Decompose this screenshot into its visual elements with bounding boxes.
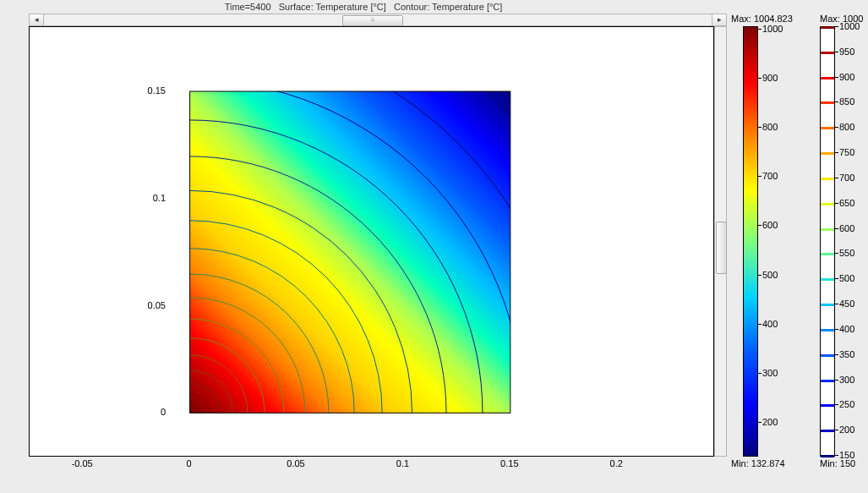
x-tick-label: 0 [187, 458, 192, 468]
contour-colorbar-tick-label: 200 [839, 425, 854, 435]
x-tick-label: -0.05 [72, 458, 93, 468]
contour-colorbar-tick-mark [835, 253, 838, 254]
contour-colorbar-tick-mark [835, 127, 838, 128]
contour-colorbar-tick-mark [835, 404, 838, 405]
contour-colorbar-segment [821, 455, 834, 457]
contour-colorbar-segment [821, 52, 834, 54]
contour-colorbar-tick-mark [835, 430, 838, 430]
contour-colorbar [820, 26, 835, 457]
contour-colorbar-segment [821, 228, 834, 231]
contour-colorbar-tick-label: 800 [839, 122, 854, 132]
title-time: Time=5400 [225, 2, 271, 12]
contour-colorbar-tick-mark [835, 329, 838, 330]
contour-colorbar-segment [821, 26, 834, 29]
x-tick-label: 0.2 [610, 458, 623, 468]
surface-colorbar-tick-label: 300 [762, 368, 778, 378]
vertical-scrollbar[interactable] [714, 26, 727, 457]
contour-colorbar-tick-label: 500 [839, 273, 854, 283]
contour-colorbar-segment [821, 77, 834, 79]
contour-colorbar-tick-mark [835, 26, 838, 27]
scroll-left-button[interactable]: ◂ [30, 14, 44, 25]
contour-colorbar-tick-mark [835, 380, 838, 381]
y-tick-label: 0 [140, 407, 166, 417]
contour-colorbar-tick-mark [835, 354, 838, 355]
scroll-right-button[interactable]: ▸ [712, 14, 726, 25]
title-contour: Contour: Temperature [°C] [394, 2, 502, 12]
surface-colorbar-tick-mark [758, 275, 762, 276]
title-surface: Surface: Temperature [°C] [279, 2, 386, 12]
contour-colorbar-segment [821, 278, 834, 281]
app-root: Time=5400 Surface: Temperature [°C] Cont… [0, 0, 868, 493]
svg-rect-1 [190, 91, 510, 413]
horizontal-scrollbar[interactable]: ◂ ≡ ▸ [29, 14, 727, 26]
contour-colorbar-segment [821, 430, 834, 432]
contour-colorbar-segment [821, 380, 834, 382]
surface-colorbar-tick-mark [758, 324, 762, 325]
contour-colorbar-tick-label: 700 [839, 173, 854, 183]
surface-colorbar-tick-label: 900 [762, 73, 778, 83]
contour-colorbar-segment [821, 329, 834, 331]
surface-colorbar-tick-mark [758, 373, 762, 374]
contour-colorbar-tick-label: 950 [839, 47, 854, 57]
surface-colorbar-tick-label: 200 [762, 417, 778, 427]
surface-colorbar-tick-label: 800 [762, 122, 778, 132]
contour-colorbar-tick-label: 1000 [839, 21, 860, 31]
contour-colorbar-tick-label: 600 [839, 223, 854, 233]
contour-colorbar-tick-mark [835, 203, 838, 204]
contour-colorbar-tick-label: 300 [839, 375, 854, 385]
surface-colorbar-tick-mark [758, 78, 762, 79]
contour-colorbar-tick-mark [835, 228, 838, 229]
contour-colorbar-segment [821, 304, 834, 306]
surface-colorbar-tick-mark [758, 225, 762, 226]
contour-colorbar-min-label: Min: 150 [820, 458, 855, 468]
contour-colorbar-segment [821, 178, 834, 180]
svg-rect-20 [744, 27, 757, 456]
contour-colorbar-segment [821, 127, 834, 129]
contour-colorbar-tick-label: 750 [839, 147, 854, 157]
surface-colorbar-tick-label: 400 [762, 319, 778, 329]
x-tick-label: 0.15 [500, 458, 518, 468]
x-tick-label: 0.05 [287, 458, 304, 468]
surface-colorbar-tick-mark [758, 422, 762, 423]
y-tick-label: 0.1 [140, 193, 166, 203]
contour-colorbar-segment [821, 354, 834, 357]
plot-svg [30, 27, 713, 456]
contour-colorbar-tick-label: 550 [839, 248, 854, 258]
surface-colorbar-tick-label: 700 [762, 171, 778, 181]
contour-colorbar-tick-mark [835, 455, 838, 456]
plot-title: Time=5400 Surface: Temperature [°C] Cont… [0, 2, 727, 12]
x-tick-label: 0.1 [396, 458, 409, 468]
contour-colorbar-tick-label: 900 [839, 72, 854, 82]
contour-colorbar-tick-label: 450 [839, 299, 854, 309]
surface-colorbar-max-label: Max: 1004.823 [731, 14, 793, 24]
contour-colorbar-tick-label: 400 [839, 324, 854, 334]
surface-colorbar-min-label: Min: 132.874 [731, 458, 785, 468]
surface-colorbar [743, 26, 758, 457]
surface-colorbar-tick-mark [758, 127, 762, 128]
contour-colorbar-segment [821, 101, 834, 104]
surface-colorbar-tick-label: 600 [762, 220, 778, 230]
surface-colorbar-tick-mark [758, 29, 762, 30]
scroll-thumb-horizontal[interactable]: ≡ [342, 15, 403, 26]
contour-colorbar-tick-mark [835, 101, 838, 102]
contour-colorbar-tick-mark [835, 178, 838, 178]
contour-colorbar-segment [821, 404, 834, 407]
contour-colorbar-tick-mark [835, 278, 838, 279]
contour-colorbar-tick-mark [835, 304, 838, 304]
plot-area[interactable] [29, 26, 714, 457]
y-tick-label: 0.15 [140, 85, 166, 96]
contour-colorbar-tick-mark [835, 77, 838, 78]
contour-colorbar-tick-label: 350 [839, 349, 854, 359]
contour-colorbar-segment [821, 203, 834, 205]
contour-colorbar-tick-label: 250 [839, 399, 854, 409]
contour-colorbar-segment [821, 152, 834, 155]
scroll-thumb-vertical[interactable] [716, 222, 727, 274]
y-tick-label: 0.05 [140, 300, 166, 310]
contour-colorbar-tick-mark [835, 52, 838, 52]
contour-colorbar-tick-label: 650 [839, 198, 854, 208]
surface-colorbar-tick-mark [758, 176, 762, 177]
contour-colorbar-segment [821, 253, 834, 255]
surface-colorbar-tick-label: 1000 [762, 24, 783, 34]
contour-colorbar-tick-mark [835, 152, 838, 153]
contour-colorbar-tick-label: 850 [839, 96, 854, 107]
